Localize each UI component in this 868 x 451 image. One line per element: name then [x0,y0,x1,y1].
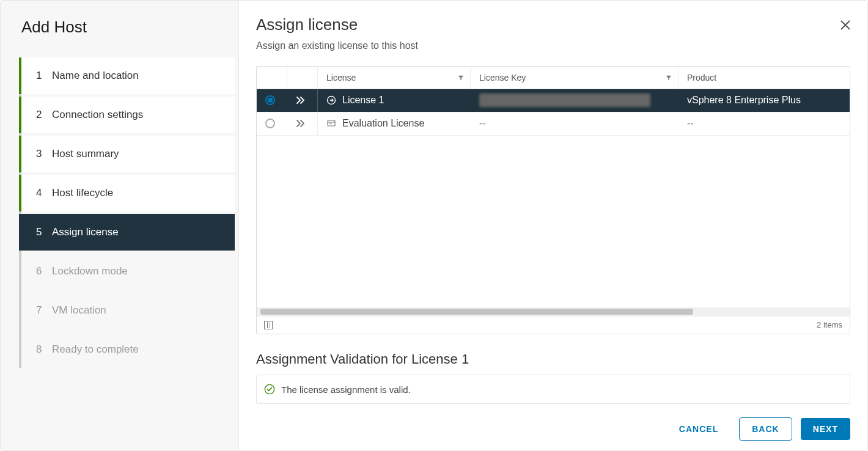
validation-status: The license assignment is valid. [256,375,850,404]
col-license[interactable]: License [318,67,471,89]
license-assigned-icon [326,95,336,105]
step-number: 8 [36,343,52,356]
step-label: VM location [52,304,106,317]
step-name-location[interactable]: 1 Name and location [19,57,235,94]
validation-message: The license assignment is valid. [281,384,411,395]
success-check-icon [264,384,275,395]
license-key-redacted [479,94,650,107]
step-number: 7 [36,304,52,317]
filter-icon[interactable] [666,75,672,81]
table-footer: 2 items [257,316,850,334]
product-name: -- [687,118,694,129]
cell-expand[interactable] [287,89,318,112]
cell-product: -- [679,112,850,135]
cell-license-name: Evaluation License [318,112,471,135]
license-name: License 1 [342,95,384,106]
col-license-key[interactable]: License Key [471,67,679,89]
col-label: License [326,73,356,82]
cell-expand[interactable] [287,112,318,135]
step-number: 4 [36,187,52,199]
close-button[interactable] [839,19,851,31]
col-label: Product [687,73,716,82]
license-table: License License Key Product [256,66,850,334]
wizard-footer: CANCEL BACK NEXT [256,404,850,441]
step-number: 3 [36,148,52,160]
col-select [257,67,287,89]
step-label: Ready to complete [52,343,139,356]
step-label: Host lifecycle [52,187,113,199]
page-subtitle: Assign an existing license to this host [256,40,850,51]
step-label: Assign license [52,226,119,238]
chevron-double-right-icon [296,119,306,128]
step-number: 6 [36,265,52,277]
next-button[interactable]: NEXT [801,418,850,440]
table-row[interactable]: License 1 vSphere 8 Enterprise Plus [257,89,850,112]
license-key: -- [479,118,486,129]
cell-radio[interactable] [257,112,287,135]
step-vm-location: 7 VM location [24,292,235,329]
page-title: Assign license [256,15,850,34]
step-label: Connection settings [52,109,143,121]
product-name: vSphere 8 Enterprise Plus [687,95,801,106]
validation-title: Assignment Validation for License 1 [256,351,850,367]
cell-license-name: License 1 [318,89,471,112]
step-ready-complete: 8 Ready to complete [24,331,235,368]
cancel-button[interactable]: CANCEL [667,418,730,440]
evaluation-license-icon [326,119,336,128]
step-host-summary[interactable]: 3 Host summary [19,136,235,172]
step-label: Host summary [52,148,119,160]
step-number: 1 [36,70,52,82]
cell-license-key [471,89,679,112]
scrollbar-thumb[interactable] [260,309,693,315]
step-label: Name and location [52,70,139,82]
wizard-title: Add Host [19,18,238,37]
wizard-main: Assign license Assign an existing licens… [239,1,867,450]
cell-license-key: -- [471,112,679,135]
col-expand [287,67,318,89]
step-label: Lockdown mode [52,265,128,277]
filter-icon[interactable] [458,75,464,81]
items-count: 2 items [817,320,842,329]
step-number: 5 [36,226,52,238]
table-body: License 1 vSphere 8 Enterprise Plus [257,89,850,308]
back-button[interactable]: BACK [739,417,792,441]
col-label: License Key [479,73,526,82]
step-connection-settings[interactable]: 2 Connection settings [19,97,235,133]
step-number: 2 [36,109,52,121]
table-row[interactable]: Evaluation License -- -- [257,112,850,136]
col-product[interactable]: Product [679,67,850,89]
radio-unselected[interactable] [265,119,275,128]
column-toggle-button[interactable] [264,321,273,329]
cell-product: vSphere 8 Enterprise Plus [679,89,850,112]
horizontal-scrollbar[interactable] [257,307,850,316]
cell-radio[interactable] [257,89,287,112]
chevron-double-right-icon [296,96,306,105]
license-name: Evaluation License [342,118,424,129]
radio-selected[interactable] [265,95,275,105]
step-assign-license[interactable]: 5 Assign license [19,214,235,251]
close-icon [839,19,851,31]
wizard-sidebar: Add Host 1 Name and location 2 Connectio… [1,1,239,450]
wizard-steps: 1 Name and location 2 Connection setting… [19,57,238,368]
step-host-lifecycle[interactable]: 4 Host lifecycle [19,175,235,211]
add-host-wizard: Add Host 1 Name and location 2 Connectio… [0,0,868,451]
table-header: License License Key Product [257,67,850,89]
step-lockdown-mode: 6 Lockdown mode [24,253,235,290]
